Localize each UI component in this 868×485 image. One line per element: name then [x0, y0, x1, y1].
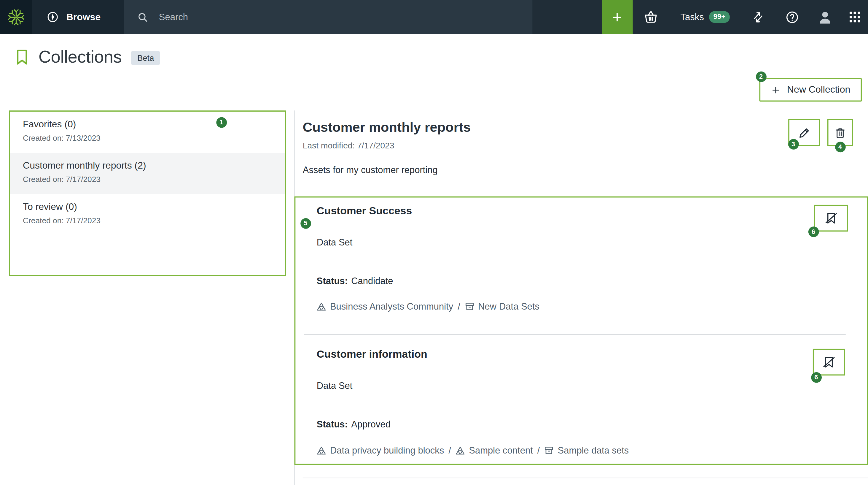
browse-label: Browse [66, 11, 100, 23]
collection-created-date: Created on: 7/17/2023 [23, 216, 285, 225]
status-value: Candidate [351, 276, 393, 286]
breadcrumb-separator: / [537, 445, 540, 456]
collection-name: Customer monthly reports (2) [23, 160, 285, 172]
top-navigation-bar: Browse Tasks 99+ [0, 0, 868, 34]
global-search[interactable] [124, 0, 532, 34]
collections-list-panel: Favorites (0) Created on: 7/13/2023 Cust… [9, 110, 286, 276]
collection-row-to-review[interactable]: To review (0) Created on: 7/17/2023 [10, 194, 285, 235]
create-asset-button[interactable] [602, 0, 632, 34]
topbar-spacer [532, 0, 602, 34]
annotation-badge-2: 2 [755, 71, 766, 82]
breadcrumb-label: Sample data sets [558, 445, 629, 456]
breadcrumb-label: Sample content [469, 445, 533, 456]
breadcrumb-community-link[interactable]: Sample content [456, 445, 533, 456]
last-modified-text: Last modified: 7/17/2023 [303, 141, 395, 150]
tasks-button[interactable]: Tasks 99+ [669, 0, 741, 34]
tasks-count-badge: 99+ [709, 11, 730, 23]
domain-icon [465, 302, 474, 311]
asset-name-link[interactable]: Customer information [317, 348, 427, 360]
apps-grid-icon [849, 11, 860, 23]
trash-icon [834, 126, 846, 139]
sync-arrows-icon [751, 10, 765, 24]
annotation-badge-5: 5 [300, 218, 311, 229]
collection-row-favorites[interactable]: Favorites (0) Created on: 7/13/2023 [10, 112, 285, 153]
collection-row-customer-monthly-reports[interactable]: Customer monthly reports (2) Created on:… [10, 153, 285, 194]
user-avatar-icon [816, 9, 833, 25]
domain-icon [544, 446, 554, 455]
annotation-badge-1: 1 [216, 117, 226, 127]
section-divider [303, 478, 868, 478]
asset-type: Data Set [317, 237, 352, 248]
remove-from-collection-button[interactable] [814, 205, 848, 231]
breadcrumb-domain-link[interactable]: New Data Sets [465, 301, 539, 312]
breadcrumb-label: New Data Sets [478, 301, 539, 312]
breadcrumb-separator: / [458, 301, 460, 312]
asset-breadcrumb: Data privacy building blocks / Sample co… [317, 445, 629, 456]
bookmark-icon [15, 49, 29, 65]
compass-icon [46, 11, 59, 24]
bookmark-remove-icon [824, 211, 838, 226]
asset-status: Status: Candidate [317, 276, 393, 286]
edit-pencil-icon [798, 126, 811, 139]
collection-created-date: Created on: 7/17/2023 [23, 174, 285, 183]
apps-grid-button[interactable] [841, 0, 868, 34]
annotation-badge-4: 4 [835, 142, 845, 152]
status-value: Approved [351, 419, 391, 430]
asset-row-divider [304, 334, 846, 335]
breadcrumb-separator: / [448, 445, 451, 456]
asset-breadcrumb: Business Analysts Community / New Data S… [317, 301, 539, 312]
annotation-badge-3: 3 [788, 139, 799, 149]
breadcrumb-community-link[interactable]: Business Analysts Community [317, 301, 454, 312]
breadcrumb-label: Data privacy building blocks [330, 445, 444, 456]
new-collection-label: New Collection [787, 84, 850, 95]
asset-type: Data Set [317, 380, 352, 391]
shopping-basket-button[interactable] [632, 0, 669, 34]
browse-button[interactable]: Browse [32, 0, 124, 34]
page-header: Collections Beta [15, 47, 160, 67]
community-icon [456, 447, 465, 455]
app-window: Browse Tasks 99+ [0, 0, 868, 485]
community-icon [317, 303, 326, 311]
bookmark-remove-icon [822, 355, 836, 370]
community-icon [317, 447, 326, 455]
app-logo-icon [6, 7, 26, 27]
search-icon [137, 11, 148, 23]
beta-badge: Beta [131, 51, 160, 65]
annotation-badge-6: 6 [811, 372, 822, 382]
page-title: Collections [38, 47, 122, 67]
search-input[interactable] [158, 0, 532, 35]
breadcrumb-label: Business Analysts Community [330, 301, 453, 312]
asset-status: Status: Approved [317, 419, 391, 430]
status-label: Status: [317, 276, 348, 286]
plus-icon [771, 85, 780, 95]
help-button[interactable] [775, 0, 808, 34]
basket-icon [644, 9, 659, 25]
asset-name-link[interactable]: Customer Success [317, 205, 412, 217]
collection-created-date: Created on: 7/13/2023 [23, 133, 285, 142]
plus-icon [611, 11, 623, 23]
collection-name: Favorites (0) [23, 119, 285, 130]
collection-name: To review (0) [23, 202, 285, 213]
app-logo[interactable] [0, 0, 32, 34]
assets-list-box: Customer Success Data Set Status: Candid… [294, 197, 868, 465]
user-avatar-button[interactable] [808, 0, 841, 34]
tasks-label: Tasks [681, 11, 704, 22]
collection-description: Assets for my customer reporting [303, 165, 438, 175]
breadcrumb-domain-link[interactable]: Sample data sets [544, 445, 629, 456]
status-label: Status: [317, 419, 348, 430]
collection-detail-title: Customer monthly reports [303, 119, 471, 135]
new-collection-button[interactable]: New Collection [759, 78, 862, 102]
annotation-badge-6: 6 [808, 226, 819, 237]
breadcrumb-community-link[interactable]: Data privacy building blocks [317, 445, 444, 456]
remove-from-collection-button[interactable] [813, 349, 845, 375]
sync-arrows-button[interactable] [741, 0, 775, 34]
help-icon [785, 10, 799, 24]
